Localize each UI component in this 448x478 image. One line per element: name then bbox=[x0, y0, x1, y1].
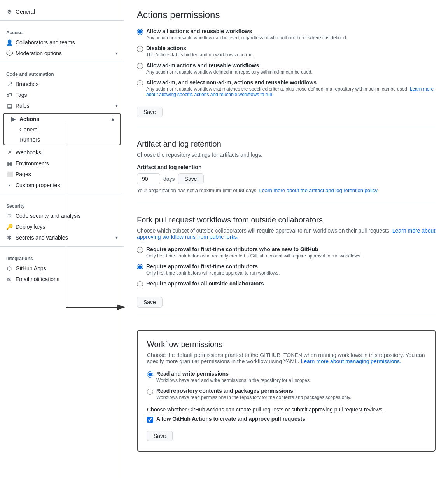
key-icon: 🔑 bbox=[6, 224, 12, 230]
retention-input[interactable] bbox=[137, 173, 160, 184]
fork-radio1-label: Require approval for first-time contribu… bbox=[146, 246, 436, 252]
sidebar-item-actions-general[interactable]: General bbox=[4, 124, 120, 135]
fork-radio-3: Require approval for all outside collabo… bbox=[137, 280, 436, 287]
radio-option-4: Allow ad-m, and select non-ad-m, actions… bbox=[137, 79, 436, 97]
environments-label: Environments bbox=[16, 160, 49, 166]
sidebar-item-environments[interactable]: ▦ Environments bbox=[0, 158, 124, 169]
sidebar-general-label: General bbox=[16, 9, 35, 15]
workflow-desc-link[interactable]: Learn more about managing permissions. bbox=[301, 358, 401, 364]
code-automation-section-label: Code and automation bbox=[0, 65, 124, 79]
pr-approval-desc: Choose whether GitHub Actions can create… bbox=[147, 406, 425, 413]
radio3-desc: Any action or reusable workflow defined … bbox=[146, 69, 436, 75]
radio-adm-actions[interactable] bbox=[137, 63, 143, 69]
access-section-label: Access bbox=[0, 24, 124, 37]
sidebar-item-tags[interactable]: 🏷 Tags bbox=[0, 89, 124, 100]
radio-all-outside[interactable] bbox=[137, 281, 143, 287]
radio-disable-actions[interactable] bbox=[137, 46, 143, 52]
page-title: Actions permissions bbox=[137, 9, 436, 20]
workflow-radio-2: Read repository contents and packages pe… bbox=[147, 388, 425, 400]
retention-note: Your organization has set a maximum limi… bbox=[137, 187, 436, 193]
retention-row: days Save bbox=[137, 173, 436, 184]
fork-radio2-label: Require approval for first-time contribu… bbox=[146, 263, 436, 270]
branch-icon: ⎇ bbox=[6, 81, 12, 87]
fork-radio3-label: Require approval for all outside collabo… bbox=[146, 280, 436, 287]
radio1-desc: Any action or reusable workflow can be u… bbox=[146, 35, 436, 40]
sidebar-item-custom-properties[interactable]: ▪ Custom properties bbox=[0, 180, 124, 191]
sidebar-item-actions[interactable]: ▶ Actions ▴ bbox=[4, 114, 120, 124]
collaborators-label: Collaborators and teams bbox=[16, 39, 75, 46]
chevron-down-icon: ▾ bbox=[116, 103, 118, 109]
custom-properties-icon: ▪ bbox=[6, 182, 12, 188]
sidebar-item-github-apps[interactable]: ⬡ GitHub Apps bbox=[0, 263, 124, 274]
workflow-radio2-desc: Workflows have read permissions in the r… bbox=[156, 395, 425, 400]
github-apps-label: GitHub Apps bbox=[16, 265, 46, 271]
workflow-section-title: Workflow permissions bbox=[147, 340, 425, 349]
workflow-radio-1: Read and write permissions Workflows hav… bbox=[147, 371, 425, 383]
radio4-desc: Any action or reusable workflow that mat… bbox=[146, 86, 436, 97]
workflow-permissions-section: Workflow permissions Choose the default … bbox=[137, 330, 436, 452]
sidebar-item-collaborators[interactable]: 👤 Collaborators and teams bbox=[0, 37, 124, 48]
radio-first-time-new[interactable] bbox=[137, 247, 143, 253]
webhooks-label: Webhooks bbox=[16, 149, 41, 156]
sidebar-item-secrets[interactable]: ✱ Secrets and variables ▾ bbox=[0, 232, 124, 243]
secret-icon: ✱ bbox=[6, 235, 12, 241]
radio-adm-select-actions[interactable] bbox=[137, 80, 143, 86]
branches-label: Branches bbox=[16, 81, 38, 87]
retention-link[interactable]: Learn more about the artifact and log re… bbox=[259, 187, 379, 193]
fork-radio1-desc: Only first-time contributors who recentl… bbox=[146, 253, 436, 259]
deploy-keys-label: Deploy keys bbox=[16, 224, 45, 230]
radio3-label: Allow ad-m actions and reusable workflow… bbox=[146, 62, 436, 68]
save-button-workflow[interactable]: Save bbox=[147, 431, 173, 441]
radio-option-2: Disable actions The Actions tab is hidde… bbox=[137, 45, 436, 58]
artifact-section: Artifact and log retention Choose the re… bbox=[137, 140, 436, 203]
tag-icon: 🏷 bbox=[6, 92, 12, 98]
general-sub-label: General bbox=[19, 126, 39, 133]
sidebar-item-deploy-keys[interactable]: 🔑 Deploy keys bbox=[0, 221, 124, 232]
fork-section: Fork pull request workflows from outside… bbox=[137, 215, 436, 317]
radio-all-actions[interactable] bbox=[137, 29, 143, 35]
workflow-radio1-label: Read and write permissions bbox=[156, 371, 425, 377]
rules-label: Rules bbox=[16, 103, 30, 109]
sidebar: ⚙ General Access 👤 Collaborators and tea… bbox=[0, 0, 124, 478]
fork-radio2-desc: Only first-time contributors will requir… bbox=[146, 270, 436, 276]
integrations-section-label: Integrations bbox=[0, 250, 124, 263]
save-button-fork[interactable]: Save bbox=[137, 297, 163, 308]
permissions-section: Allow all actions and reusable workflows… bbox=[137, 28, 436, 127]
radio-read-write[interactable] bbox=[147, 371, 153, 378]
chevron-down-icon: ▾ bbox=[116, 51, 118, 56]
radio-first-time[interactable] bbox=[137, 264, 143, 270]
radio-option-3: Allow ad-m actions and reusable workflow… bbox=[137, 62, 436, 75]
artifact-sub-label: Artifact and log retention bbox=[137, 164, 436, 170]
sidebar-item-rules[interactable]: ▤ Rules ▾ bbox=[0, 100, 124, 111]
tags-label: Tags bbox=[16, 92, 27, 98]
radio2-label: Disable actions bbox=[146, 45, 436, 51]
rules-icon: ▤ bbox=[6, 103, 12, 109]
email-icon: ✉ bbox=[6, 276, 12, 282]
sidebar-item-runners[interactable]: Runners bbox=[4, 135, 120, 145]
sidebar-item-email-notifications[interactable]: ✉ Email notifications bbox=[0, 274, 124, 285]
comment-icon: 💬 bbox=[6, 50, 12, 56]
sidebar-item-branches[interactable]: ⎇ Branches bbox=[0, 79, 124, 89]
pages-icon: ⬜ bbox=[6, 171, 12, 177]
sidebar-item-webhooks[interactable]: ↗ Webhooks bbox=[0, 147, 124, 158]
artifact-section-desc: Choose the repository settings for artif… bbox=[137, 152, 436, 158]
chevron-down-icon: ▾ bbox=[116, 235, 118, 240]
allow-pr-checkbox[interactable] bbox=[147, 417, 153, 423]
sidebar-item-pages[interactable]: ⬜ Pages bbox=[0, 169, 124, 180]
radio-read-only[interactable] bbox=[147, 389, 153, 395]
security-section-label: Security bbox=[0, 197, 124, 210]
fork-section-title: Fork pull request workflows from outside… bbox=[137, 215, 436, 224]
fork-section-desc: Choose which subset of outside collabora… bbox=[137, 228, 436, 240]
main-content: Actions permissions Allow all actions an… bbox=[124, 0, 448, 478]
actions-label: Actions bbox=[19, 116, 39, 122]
sidebar-item-general[interactable]: ⚙ General bbox=[0, 6, 124, 17]
radio4-label: Allow ad-m, and select non-ad-m, actions… bbox=[146, 79, 436, 86]
chevron-up-icon: ▴ bbox=[112, 116, 114, 122]
allow-pr-label: Allow GitHub Actions to create and appro… bbox=[156, 416, 425, 422]
save-button-retention[interactable]: Save bbox=[178, 173, 204, 184]
radio1-label: Allow all actions and reusable workflows bbox=[146, 28, 436, 34]
sidebar-item-code-security[interactable]: 🛡 Code security and analysis bbox=[0, 210, 124, 221]
radio-option-1: Allow all actions and reusable workflows… bbox=[137, 28, 436, 40]
save-button-permissions[interactable]: Save bbox=[137, 107, 163, 117]
sidebar-item-moderation[interactable]: 💬 Moderation options ▾ bbox=[0, 48, 124, 59]
